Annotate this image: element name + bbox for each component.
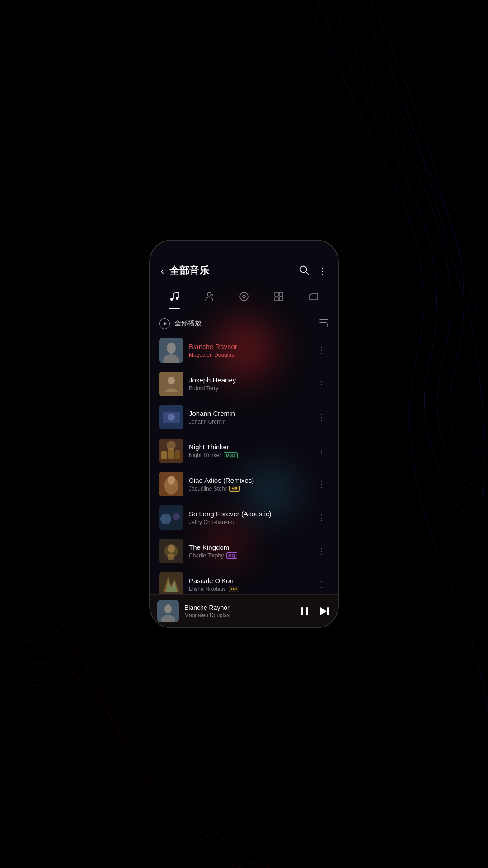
svg-rect-7 (275, 292, 278, 296)
now-playing-bar[interactable]: Blanche Raynor Magdalen Douglas (150, 594, 338, 627)
track-more-button[interactable]: ⋮ (314, 344, 329, 357)
svg-point-6 (243, 295, 245, 298)
now-playing-title: Blanche Raynor (184, 604, 293, 611)
track-item[interactable]: Joseph Heaney Buford Terry ⋮ (155, 367, 333, 401)
track-name: So Long Forever (Acoustic) (189, 510, 308, 518)
svg-point-5 (240, 292, 248, 301)
track-item[interactable]: Night Thinker Night Thinker DSD ⋮ (155, 434, 333, 467)
tab-artists[interactable] (198, 288, 220, 307)
track-info: Johann Cremin Johann Cremin (189, 410, 308, 425)
track-item[interactable]: Blanche Raynor Magdalen Douglas ⋮ (155, 334, 333, 367)
sort-icon[interactable] (319, 318, 329, 329)
next-button[interactable] (318, 605, 331, 618)
person-icon (204, 291, 215, 305)
track-thumbnail (159, 505, 183, 530)
track-item[interactable]: The Kingdom Charlie Torphy SQ ⋮ (155, 534, 333, 568)
track-info: Joseph Heaney Buford Terry (189, 376, 308, 392)
track-artist: Johann Cremin (189, 419, 225, 425)
pause-button[interactable] (298, 605, 311, 618)
track-more-button[interactable]: ⋮ (314, 544, 329, 558)
track-artist: Jaqueline Stehr (189, 486, 226, 492)
track-name: Pascale O'Kon (189, 577, 308, 585)
svg-rect-8 (279, 292, 283, 296)
header-left: ‹ 全部音乐 (161, 264, 209, 278)
track-more-button[interactable]: ⋮ (314, 578, 329, 591)
track-artist: Elisha Nikolaus (189, 586, 226, 592)
track-artist: Charlie Torphy (189, 552, 224, 559)
svg-point-32 (160, 514, 171, 524)
track-thumbnail (159, 539, 183, 563)
now-playing-info: Blanche Raynor Magdalen Douglas (184, 604, 293, 618)
track-item[interactable]: Ciao Adios (Remixes) Jaqueline Stehr HR … (155, 467, 333, 501)
tab-bar (150, 285, 338, 313)
tab-playlist[interactable] (268, 288, 290, 307)
svg-rect-10 (279, 297, 283, 301)
track-artist: Magdalen Douglas (189, 352, 234, 358)
track-more-button[interactable]: ⋮ (314, 477, 329, 491)
track-more-button[interactable]: ⋮ (314, 410, 329, 424)
track-thumbnail (159, 472, 183, 496)
track-artist: Night Thinker (189, 452, 221, 458)
svg-point-21 (168, 414, 175, 421)
grid-icon (273, 291, 284, 305)
track-meta: Charlie Torphy SQ (189, 552, 308, 559)
quality-badge-hr: HR (229, 586, 239, 592)
track-item[interactable]: Johann Cremin Johann Cremin ⋮ (155, 401, 333, 434)
svg-point-2 (170, 298, 173, 301)
track-info: The Kingdom Charlie Torphy SQ (189, 543, 308, 559)
track-info: Pascale O'Kon Elisha Nikolaus HR (189, 577, 308, 592)
track-meta: Jaqueline Stehr HR (189, 486, 308, 492)
search-icon[interactable] (299, 265, 309, 277)
svg-point-45 (164, 604, 172, 613)
track-item[interactable]: So Long Forever (Acoustic) Jeffry Christ… (155, 501, 333, 534)
track-thumbnail (159, 405, 183, 429)
track-info: Night Thinker Night Thinker DSD (189, 443, 308, 458)
track-name: Ciao Adios (Remixes) (189, 476, 308, 484)
folder-icon (308, 291, 319, 305)
track-thumbnail (159, 572, 183, 594)
tab-albums[interactable] (233, 288, 255, 307)
track-more-button[interactable]: ⋮ (314, 377, 329, 391)
track-more-button[interactable]: ⋮ (314, 444, 329, 458)
track-more-button[interactable]: ⋮ (314, 511, 329, 524)
now-playing-artist: Magdalen Douglas (184, 612, 293, 618)
track-meta: Night Thinker DSD (189, 452, 308, 458)
quality-badge-hr: HR (229, 486, 240, 492)
play-all-bar: 全部播放 (150, 313, 338, 334)
track-name: Johann Cremin (189, 410, 308, 417)
overflow-menu-icon[interactable]: ⋮ (318, 265, 327, 276)
play-all-left: 全部播放 (159, 318, 202, 329)
svg-rect-37 (168, 554, 174, 560)
play-all-label: 全部播放 (174, 319, 202, 328)
svg-rect-26 (168, 448, 174, 459)
track-meta: Magdalen Douglas (189, 352, 308, 358)
svg-point-33 (173, 513, 180, 520)
track-meta: Buford Terry (189, 385, 308, 392)
track-meta: Johann Cremin (189, 419, 308, 425)
header-right: ⋮ (299, 265, 327, 277)
svg-point-4 (207, 292, 211, 296)
track-thumbnail (159, 439, 183, 463)
track-list: Blanche Raynor Magdalen Douglas ⋮ (150, 334, 338, 594)
svg-point-36 (168, 545, 175, 553)
track-thumbnail (159, 338, 183, 363)
track-name: The Kingdom (189, 543, 308, 551)
track-info: So Long Forever (Acoustic) Jeffry Christ… (189, 510, 308, 525)
track-name: Night Thinker (189, 443, 308, 451)
svg-rect-25 (161, 451, 167, 459)
back-button[interactable]: ‹ (161, 266, 164, 276)
svg-point-3 (176, 297, 178, 300)
tab-songs[interactable] (164, 288, 185, 307)
svg-rect-27 (175, 450, 180, 459)
tab-folder[interactable] (303, 288, 324, 307)
play-all-button[interactable] (159, 318, 170, 329)
track-artist: Buford Terry (189, 385, 218, 392)
track-thumbnail (159, 372, 183, 396)
svg-rect-47 (301, 607, 303, 615)
track-item[interactable]: Pascale O'Kon Elisha Nikolaus HR ⋮ (155, 568, 333, 594)
svg-rect-50 (327, 607, 329, 615)
track-meta: Jeffry Christiansen (189, 519, 308, 525)
track-name: Joseph Heaney (189, 376, 308, 384)
page-title: 全部音乐 (169, 264, 209, 278)
svg-marker-49 (320, 607, 327, 615)
